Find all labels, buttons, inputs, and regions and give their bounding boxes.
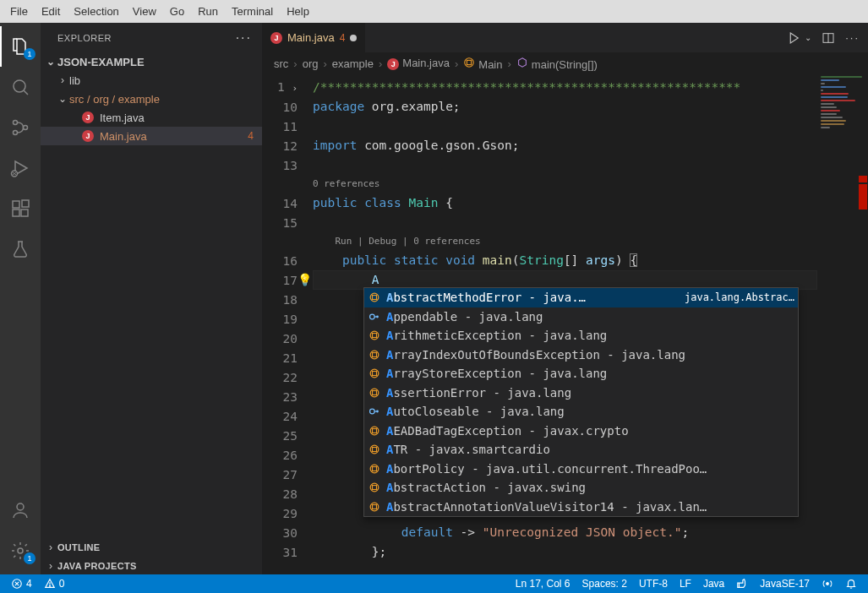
suggest-item[interactable]: AbstractMethodError - java.…java.lang.Ab… — [364, 288, 798, 307]
svg-point-20 — [370, 331, 379, 340]
menu-selection[interactable]: Selection — [67, 3, 125, 20]
breadcrumb-item[interactable]: org — [303, 57, 319, 70]
lightbulb-icon[interactable]: 💡 — [298, 270, 312, 290]
suggest-item[interactable]: AEADBadTagException - javax.crypto — [364, 422, 798, 441]
menubar: FileEditSelectionViewGoRunTerminalHelp — [0, 0, 868, 23]
breadcrumb[interactable]: src›org›example›JMain.java›Main›main(Str… — [262, 52, 868, 74]
sidebar-more-icon[interactable]: ··· — [236, 31, 252, 45]
status-item[interactable]: Ln 17, Col 6 — [511, 578, 575, 590]
menu-file[interactable]: File — [3, 3, 35, 20]
suggest-item[interactable]: ArithmeticException - java.lang — [364, 326, 798, 345]
status-item[interactable]: LF — [675, 578, 696, 590]
suggest-item[interactable]: ATR - javax.smartcardio — [364, 440, 798, 460]
tree-item[interactable]: ⌄src / org / example — [41, 90, 262, 108]
svg-point-31 — [370, 427, 379, 435]
menu-edit[interactable]: Edit — [35, 3, 67, 20]
gear-icon[interactable]: 1 — [0, 530, 41, 571]
svg-rect-21 — [373, 334, 377, 338]
tree-item[interactable]: JMain.java4 — [41, 127, 262, 145]
account-icon[interactable] — [0, 490, 41, 530]
menu-run[interactable]: Run — [191, 3, 225, 20]
status-item[interactable]: Spaces: 2 — [578, 578, 631, 590]
suggest-label: AbstractMethodError - java.… — [386, 291, 674, 304]
status-item[interactable] — [841, 578, 861, 590]
minimap[interactable] — [817, 74, 868, 574]
chevron-right-icon: › — [44, 541, 57, 553]
thumb-icon — [736, 578, 748, 590]
tree-item[interactable]: ›lib — [41, 71, 262, 90]
run-icon[interactable] — [786, 30, 801, 46]
status-item[interactable] — [817, 578, 838, 590]
codelens[interactable]: 0 references — [313, 175, 817, 193]
breadcrumb-item[interactable]: src — [274, 57, 288, 70]
menu-terminal[interactable]: Terminal — [225, 3, 280, 20]
app-root: FileEditSelectionViewGoRunTerminalHelp 1 — [0, 0, 868, 593]
overview-ruler[interactable] — [856, 74, 868, 574]
search-icon[interactable] — [0, 67, 41, 107]
scm-icon[interactable] — [0, 107, 41, 148]
tree-item[interactable]: JItem.java — [41, 108, 262, 127]
status-warn[interactable]: 0 — [40, 578, 69, 590]
run-dropdown-icon[interactable]: ⌄ — [805, 33, 811, 42]
debug-icon[interactable] — [0, 148, 41, 188]
breadcrumb-item[interactable]: example — [332, 57, 374, 70]
status-text: 0 — [59, 578, 65, 590]
suggest-item[interactable]: ArrayIndexOutOfBoundsException - java.la… — [364, 345, 798, 365]
codelens[interactable]: Run | Debug | 0 references — [313, 232, 817, 251]
tree-item-label: src / org / example — [69, 93, 254, 106]
class-icon — [463, 57, 475, 68]
status-text: JavaSE-17 — [760, 578, 810, 590]
svg-point-28 — [370, 409, 375, 414]
tree-root[interactable]: ⌄ JSON-EXAMPLE — [41, 52, 262, 71]
status-item[interactable]: UTF-8 — [635, 578, 672, 590]
tree-item-label: Item.java — [100, 112, 262, 124]
editor-more-icon[interactable]: ··· — [845, 31, 860, 44]
svg-rect-38 — [373, 486, 377, 490]
explorer-icon[interactable]: 1 — [0, 26, 41, 67]
status-item[interactable]: JavaSE-17 — [756, 578, 814, 590]
status-item[interactable]: Java — [699, 578, 729, 590]
breadcrumb-item[interactable]: Main — [463, 57, 502, 71]
suggest-item[interactable]: Appendable - java.lang — [364, 307, 798, 327]
sidebar-section-java-projects[interactable]: ›JAVA PROJECTS — [41, 556, 262, 574]
menu-view[interactable]: View — [126, 3, 163, 20]
suggest-label: AbstractAction - javax.swing — [386, 481, 794, 494]
svg-point-37 — [370, 483, 379, 492]
sidebar-title: EXPLORER — [57, 33, 112, 43]
status-bar: 40Ln 17, Col 6Spaces: 2UTF-8LFJavaJavaSE… — [0, 574, 868, 593]
editor[interactable]: 1 ›10111213 1415 16171819202122232425262… — [262, 74, 868, 574]
tab-main-java[interactable]: J Main.java 4 — [262, 23, 366, 52]
menu-go[interactable]: Go — [163, 3, 191, 20]
status-item[interactable] — [732, 578, 752, 590]
test-icon[interactable] — [0, 229, 41, 269]
gutter: 1 ›10111213 1415 16171819202122232425262… — [262, 74, 313, 574]
suggest-item[interactable]: AutoCloseable - java.lang — [364, 402, 798, 422]
suggest-item[interactable]: AbortPolicy - java.util.concurrent.Threa… — [364, 460, 798, 479]
suggest-item[interactable]: ArrayStoreException - java.lang — [364, 364, 798, 384]
extensions-icon[interactable] — [0, 188, 41, 229]
breadcrumb-label: org — [303, 57, 319, 70]
chevron-down-icon: ⌄ — [56, 93, 69, 105]
status-text: Java — [703, 578, 724, 590]
svg-point-33 — [370, 445, 379, 454]
java-icon: J — [81, 111, 95, 124]
chevron-down-icon: ⌄ — [44, 56, 57, 68]
main-area: 1 — [0, 23, 868, 574]
sidebar-section-outline[interactable]: ›OUTLINE — [41, 537, 262, 556]
breadcrumb-sep-icon: › — [375, 57, 385, 70]
suggest-detail: java.lang.Abstrac… — [685, 291, 794, 303]
menu-help[interactable]: Help — [280, 3, 316, 20]
suggest-widget[interactable]: AbstractMethodError - java.…java.lang.Ab… — [363, 287, 799, 517]
status-error[interactable]: 4 — [7, 578, 36, 590]
split-editor-icon[interactable] — [822, 31, 835, 45]
suggest-item[interactable]: AbstractAction - javax.swing — [364, 478, 798, 498]
suggest-item[interactable]: AbstractAnnotationValueVisitor14 - javax… — [364, 498, 798, 517]
breadcrumb-label: Main.java — [402, 57, 450, 69]
breadcrumb-item[interactable]: main(String[]) — [516, 57, 598, 71]
svg-rect-25 — [373, 372, 377, 376]
breadcrumb-item[interactable]: JMain.java — [387, 57, 450, 70]
sidebar-tree: ⌄ JSON-EXAMPLE ›lib⌄src / org / exampleJ… — [41, 52, 262, 537]
suggest-item[interactable]: AssertionError - java.lang — [364, 384, 798, 403]
suggest-label: ArrayStoreException - java.lang — [386, 367, 794, 380]
suggest-label: Appendable - java.lang — [386, 310, 794, 324]
